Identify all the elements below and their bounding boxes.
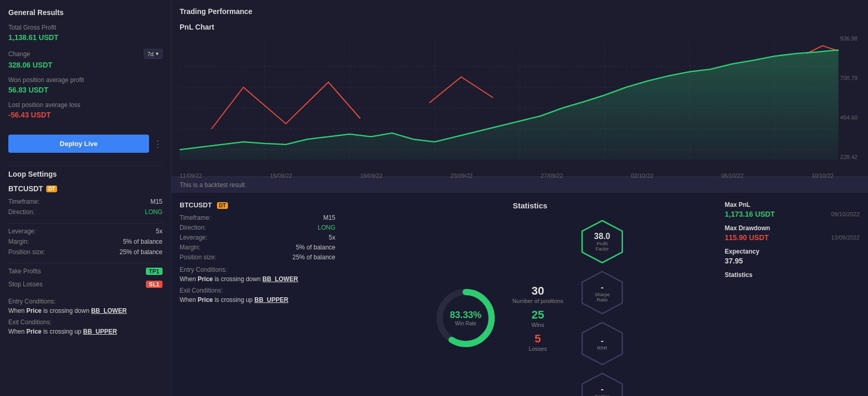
pnl-chart-title: PnL Chart — [180, 23, 860, 31]
right-panel: Trading Performance PnL Chart — [171, 0, 868, 396]
rrr-value: - — [597, 336, 607, 346]
lost-avg-loss-value: -56.43 USDT — [8, 111, 162, 119]
exit-price-bold: Price — [26, 328, 42, 335]
exit-bb-upper: BB_UPPER — [83, 328, 117, 335]
entry-text1: When — [8, 307, 26, 314]
donut-label: 83.33% Win Rate — [450, 310, 482, 326]
timeframe-label: Timeframe: — [8, 198, 39, 205]
pnl-chart — [180, 35, 860, 160]
change-period-dropdown[interactable]: 7d ▾ — [144, 49, 162, 59]
expectancy-section: Expectancy 37.95 — [725, 248, 860, 265]
max-drawdown-value: 115.90 USDT — [725, 233, 769, 242]
deploy-row: Deploy Live ⋮ — [8, 135, 162, 153]
max-pnl-date: 09/10/2022 — [831, 211, 860, 217]
y-label-2: 700.79 — [840, 75, 858, 81]
max-drawdown-date: 13/09/2022 — [831, 234, 860, 241]
ls-margin: Margin: 5% of balance — [180, 244, 335, 251]
lost-avg-loss-label: Lost position average loss — [8, 101, 162, 109]
won-avg-profit-value: 56.83 USDT — [8, 86, 162, 94]
max-pnl-value: 1,173.16 USDT — [725, 210, 775, 218]
position-size-row: Position size: 25% of balance — [8, 248, 162, 256]
left-panel: General Results Total Gross Profit 1,138… — [0, 0, 171, 396]
change-period-value: 7d — [147, 51, 154, 57]
x-label-3: 23/09/22 — [451, 173, 473, 179]
take-profits-row: Take Profits TP1 — [8, 268, 162, 278]
rrr-label: RRR — [597, 346, 607, 351]
backtest-notice: This is a backtest result. — [171, 177, 868, 193]
ls-ticker: BTCUSDT DT — [180, 201, 335, 209]
positions-value: 30 — [512, 284, 563, 298]
sharpe-ratio-label: Sharpe Ratio — [590, 292, 614, 302]
entry-conditions-label: Entry Conditions: — [8, 298, 162, 305]
wins-value: 25 — [532, 308, 544, 322]
timeframe-value: M15 — [151, 198, 162, 205]
positions-label: Number of positions — [512, 298, 563, 304]
entry-condition-text: When Price is crossing down BB_LOWER — [8, 307, 162, 314]
chart-wrap: 936.98 700.79 464.60 228.42 — [180, 35, 860, 170]
margin-label: Margin: — [8, 238, 29, 245]
ticker-badge: DT — [46, 186, 57, 192]
entry-text2: is crossing down — [43, 307, 91, 314]
deploy-live-button[interactable]: Deploy Live — [8, 135, 149, 153]
divider — [8, 165, 162, 166]
chart-section: Trading Performance PnL Chart — [171, 0, 868, 177]
loop-settings-title: Loop Settings — [8, 170, 162, 178]
leverage-value: 5x — [156, 228, 162, 235]
max-drawdown-label: Max Drawdown — [725, 225, 860, 232]
win-rate-donut: 83.33% Win Rate — [435, 287, 497, 349]
stats-section: BTCUSDT DT Timeframe: M15 Direction: LON… — [171, 193, 868, 396]
direction-label: Direction: — [8, 208, 35, 216]
stop-losses-label: Stop Losses — [8, 281, 43, 291]
x-label-2: 19/09/22 — [360, 173, 383, 179]
take-profits-label: Take Profits — [8, 268, 41, 278]
entry-price-bold: Price — [26, 307, 42, 314]
exit-text1: When — [8, 328, 26, 335]
x-label-6: 06/10/22 — [721, 173, 743, 179]
sortino-ratio-value: - — [590, 385, 614, 394]
stats-charts-row: 83.33% Win Rate 30 Number of positions 2… — [435, 218, 626, 396]
x-label-0: 11/09/22 — [180, 173, 202, 179]
ls-leverage: Leverage: 5x — [180, 234, 335, 241]
stop-losses-row: Stop Losses SL1 — [8, 281, 162, 291]
sharpe-ratio-hex: - Sharpe Ratio — [579, 269, 626, 316]
chevron-down-icon: ▾ — [156, 50, 159, 57]
losses-label: Losses — [529, 346, 547, 352]
conditions-section: Entry Conditions: When Price is crossing… — [8, 298, 162, 339]
leverage-label: Leverage: — [8, 228, 36, 235]
expectancy-value: 37.95 — [725, 257, 860, 265]
profit-factor-value: 38.0 — [590, 232, 614, 241]
profit-factor-hex: 38.0 Profit Factor — [579, 218, 626, 265]
ls-timeframe: Timeframe: M15 — [180, 214, 335, 221]
wins-item: 25 Wins — [532, 308, 544, 328]
rrr-hex: - RRR — [579, 320, 626, 367]
direction-value: LONG — [145, 208, 162, 216]
max-drawdown-section: Max Drawdown 115.90 USDT 13/09/2022 — [725, 225, 860, 242]
y-label-4: 228.42 — [840, 154, 858, 160]
loop-settings-bottom: BTCUSDT DT Timeframe: M15 Direction: LON… — [180, 201, 335, 396]
max-pnl-section: Max PnL 1,173.16 USDT 09/10/2022 — [725, 201, 860, 218]
exit-conditions-label: Exit Conditions: — [8, 319, 162, 326]
x-label-7: 10/10/22 — [811, 173, 834, 179]
sharpe-ratio-value: - — [590, 283, 614, 292]
x-label-4: 27/09/22 — [541, 173, 563, 179]
number-stats: 30 Number of positions 25 Wins 5 Losses — [512, 284, 563, 352]
timeframe-row: Timeframe: M15 — [8, 198, 162, 205]
divider3 — [8, 263, 162, 263]
exit-text2: is crossing up — [43, 328, 83, 335]
trading-performance-title: Trading Performance — [180, 7, 252, 16]
divider2 — [8, 223, 162, 223]
positions-item: 30 Number of positions — [512, 284, 563, 304]
change-label: Change — [8, 50, 140, 58]
losses-value: 5 — [529, 332, 547, 346]
general-results-title: General Results — [8, 8, 162, 17]
statistics-title: Statistics — [513, 201, 548, 210]
more-options-icon[interactable]: ⋮ — [153, 138, 162, 150]
position-size-value: 25% of balance — [119, 248, 162, 256]
x-label-5: 02/10/22 — [631, 173, 653, 179]
y-label-1: 936.98 — [840, 35, 858, 42]
direction-row: Direction: LONG — [8, 208, 162, 216]
margin-value: 5% of balance — [123, 238, 162, 245]
exit-condition-text: When Price is crossing up BB_UPPER — [8, 328, 162, 335]
losses-item: 5 Losses — [529, 332, 547, 352]
tp1-badge: TP1 — [146, 268, 162, 275]
